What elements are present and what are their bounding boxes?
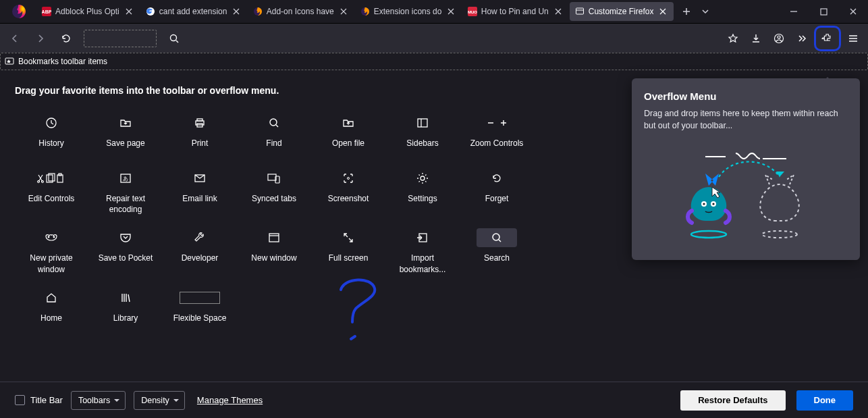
svg-point-47 <box>762 231 797 238</box>
item-library[interactable]: Library <box>89 286 162 333</box>
app-menu-button[interactable] <box>842 28 864 49</box>
back-button[interactable] <box>4 28 26 49</box>
item-flexible-space[interactable]: Flexible Space <box>163 286 236 333</box>
svg-rect-9 <box>821 9 827 15</box>
item-email-link[interactable]: Email link <box>163 166 236 217</box>
google-favicon <box>146 7 155 16</box>
import-icon <box>402 228 443 247</box>
close-icon[interactable] <box>657 6 668 17</box>
item-home[interactable]: Home <box>15 286 88 333</box>
new-tab-button[interactable] <box>677 2 696 21</box>
item-repair-encoding[interactable]: あRepair text encoding <box>89 166 162 217</box>
extensions-button-highlighted[interactable] <box>814 26 841 51</box>
svg-point-37 <box>493 234 499 240</box>
tab-0[interactable]: ABP Adblock Plus Opti <box>36 2 140 21</box>
tab-2[interactable]: Add-on Icons have <box>248 2 354 21</box>
account-button[interactable] <box>768 28 790 49</box>
toolbars-select[interactable]: Toolbars <box>71 391 126 410</box>
overflow-illustration <box>644 147 848 248</box>
bookmarks-toolbar-placeholder[interactable]: Bookmarks toolbar items <box>0 53 868 70</box>
item-forget[interactable]: Forget <box>460 166 533 217</box>
item-label: Find <box>266 138 281 149</box>
home-icon <box>31 288 72 307</box>
item-edit-controls[interactable]: Edit Controls <box>15 166 88 217</box>
tab-title: cant add extension <box>159 7 227 16</box>
close-icon[interactable] <box>124 6 134 17</box>
item-new-private[interactable]: New private window <box>15 226 88 277</box>
item-new-window[interactable]: New window <box>238 226 310 277</box>
svg-rect-16 <box>197 119 202 121</box>
item-screenshot[interactable]: Screenshot <box>312 166 385 217</box>
all-tabs-button[interactable] <box>696 2 715 21</box>
item-find[interactable]: Find <box>238 111 310 158</box>
item-label: Developer <box>182 253 219 263</box>
item-history[interactable]: History <box>15 111 88 158</box>
svg-point-43 <box>703 203 705 205</box>
close-icon[interactable] <box>338 6 349 17</box>
svg-rect-35 <box>269 234 279 242</box>
zoom-icon <box>477 113 517 132</box>
tab-4[interactable]: MUO How to Pin and Un <box>462 2 569 21</box>
item-label: Flexible Space <box>173 313 227 323</box>
reload-button[interactable] <box>55 28 77 49</box>
tab-5[interactable]: Customize Firefox <box>570 2 674 21</box>
item-label: Screenshot <box>328 193 369 204</box>
item-label: Sidebars <box>406 138 438 149</box>
item-save-page[interactable]: Save page <box>89 111 162 158</box>
item-sidebars[interactable]: Sidebars <box>386 111 459 158</box>
item-open-file[interactable]: Open file <box>312 111 385 158</box>
overflow-title: Overflow Menu <box>644 90 848 102</box>
close-icon[interactable] <box>553 6 564 17</box>
bookmark-star-button[interactable] <box>722 28 744 49</box>
item-zoom-controls[interactable]: Zoom Controls <box>460 111 533 158</box>
done-button[interactable]: Done <box>796 390 854 411</box>
mail-icon <box>180 169 220 188</box>
maximize-button[interactable] <box>809 0 838 23</box>
item-label: Import bookmarks... <box>389 253 456 274</box>
item-import-bookmarks[interactable]: Import bookmarks... <box>386 226 459 277</box>
item-label: Full screen <box>329 253 369 263</box>
item-label: Zoom Controls <box>470 138 524 149</box>
overflow-button[interactable] <box>791 28 813 49</box>
svg-point-32 <box>421 176 425 180</box>
svg-point-18 <box>270 119 277 126</box>
item-developer[interactable]: Developer <box>163 226 236 277</box>
forward-button[interactable] <box>30 28 51 49</box>
item-label: History <box>38 138 63 149</box>
overflow-panel: Overflow Menu Drag and drop items here t… <box>632 78 860 260</box>
muo-favicon: MUO <box>468 7 477 16</box>
mask-icon <box>31 228 72 247</box>
minimize-button[interactable] <box>779 0 809 23</box>
restore-defaults-button[interactable]: Restore Defaults <box>680 390 785 411</box>
screenshot-icon <box>328 169 369 188</box>
density-select[interactable]: Density <box>134 391 185 410</box>
item-synced-tabs[interactable]: Synced tabs <box>238 166 310 217</box>
gear-icon <box>402 169 443 188</box>
item-print[interactable]: Print <box>163 111 236 158</box>
svg-point-34 <box>53 236 55 238</box>
close-window-button[interactable] <box>838 0 868 23</box>
item-search[interactable]: Search <box>460 226 533 277</box>
item-label: Save to Pocket <box>99 253 153 263</box>
downloads-button[interactable] <box>745 28 767 49</box>
close-icon[interactable] <box>231 6 242 17</box>
item-full-screen[interactable]: Full screen <box>312 226 385 277</box>
item-save-to-pocket[interactable]: Save to Pocket <box>89 226 162 277</box>
item-label: Synced tabs <box>252 193 296 204</box>
titlebar-label: Title Bar <box>30 395 63 405</box>
titlebar-checkbox[interactable]: Title Bar <box>15 395 63 405</box>
svg-rect-8 <box>576 8 583 14</box>
synced-icon <box>254 169 294 188</box>
urlbar-placeholder[interactable] <box>84 30 157 47</box>
item-label: Repair text encoding <box>92 193 159 215</box>
tab-3[interactable]: Extension icons do <box>355 2 462 21</box>
bookmarks-toolbar-label: Bookmarks toolbar items <box>18 57 107 66</box>
manage-themes-link[interactable]: Manage Themes <box>197 395 263 405</box>
tab-1[interactable]: cant add extension <box>140 2 247 21</box>
close-icon[interactable] <box>445 6 456 17</box>
svg-rect-24 <box>57 175 63 182</box>
customize-footer: Title Bar Toolbars Density Manage Themes… <box>0 382 868 418</box>
search-toolbar-icon[interactable] <box>163 28 185 49</box>
item-label: New private window <box>18 253 85 274</box>
item-settings[interactable]: Settings <box>386 166 459 217</box>
